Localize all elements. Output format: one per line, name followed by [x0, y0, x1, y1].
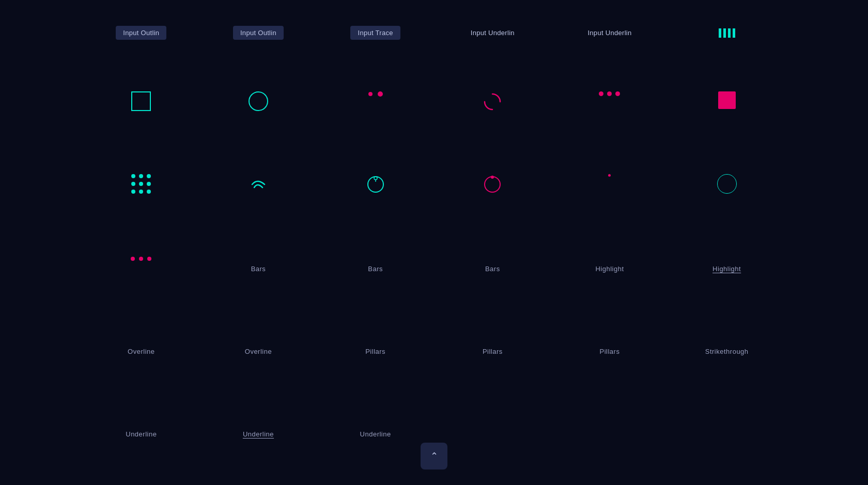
circle-outline-icon: [249, 91, 268, 111]
cell-bars-3: Bars: [434, 241, 551, 324]
badge-cell-2: Input Outlin: [200, 15, 317, 50]
pink-dot-3: [147, 257, 151, 261]
badge-cell-1: Input Outlin: [83, 15, 200, 50]
cell-underline-3: Underline: [317, 406, 434, 485]
cell-rect-pink: [668, 76, 785, 159]
cell-underline-1: Underline: [83, 406, 200, 485]
single-dot-icon: [608, 174, 611, 177]
three-dots-pink-icon: [131, 257, 151, 261]
cell-pillars-1: Pillars: [317, 324, 434, 406]
badge-cell-5: Input Underlin: [551, 15, 669, 50]
three-dots-icon-row2: [599, 91, 620, 96]
circle-thin-icon: [717, 174, 737, 194]
label-pillars-1: Pillars: [365, 348, 385, 355]
cell-highlight-1: Highlight: [551, 241, 669, 324]
grid-dots-icon: [131, 174, 151, 194]
input-outline-badge-1[interactable]: Input Outlin: [116, 26, 166, 40]
cell-target: [317, 159, 434, 241]
two-dots-icon: [368, 91, 383, 97]
cell-three-dots-row2: [551, 76, 669, 159]
input-outline-badge-2[interactable]: Input Outlin: [233, 26, 284, 40]
scroll-top-button[interactable]: ⌃: [421, 443, 447, 470]
gd-3: [147, 174, 151, 178]
label-underline-2: Underline: [243, 430, 274, 438]
cell-circle-outline: [200, 76, 317, 159]
icon-grid: Bars Bars Bars Highlight Highlight Overl…: [0, 55, 868, 485]
cell-pillars-2: Pillars: [434, 324, 551, 406]
gd-2: [139, 174, 143, 178]
cell-grid-dots: [83, 159, 200, 241]
svg-point-0: [368, 177, 383, 192]
label-underline-1: Underline: [126, 430, 157, 438]
badges-row: Input Outlin Input Outlin Input Trace In…: [0, 0, 868, 55]
pink-dot-1: [131, 257, 135, 261]
label-overline-1: Overline: [128, 348, 154, 355]
cell-two-dots: [317, 76, 434, 159]
gd-6: [147, 182, 151, 186]
input-underline-badge-2[interactable]: Input Underlin: [580, 26, 639, 40]
cell-dot-single: [551, 159, 669, 241]
circle-dot-icon: [482, 174, 503, 195]
target-icon: [365, 174, 386, 195]
bars-vertical-icon: [719, 28, 735, 38]
label-highlight-2: Highlight: [712, 265, 741, 273]
badge-cell-4: Input Underlin: [434, 15, 551, 50]
cell-wifi: [200, 159, 317, 241]
gd-4: [131, 182, 135, 186]
badge-cell-3: Input Trace: [317, 15, 434, 50]
gd-8: [139, 190, 143, 194]
cell-r6c4: [434, 406, 551, 485]
input-trace-badge[interactable]: Input Trace: [350, 26, 400, 40]
label-highlight-1: Highlight: [595, 265, 624, 273]
pink-dot-2: [139, 257, 143, 261]
dot-c: [615, 91, 620, 96]
cell-circle-dot: [434, 159, 551, 241]
svg-point-3: [485, 177, 500, 192]
label-bars-1: Bars: [251, 265, 266, 273]
cell-r6c5: [551, 406, 669, 485]
square-icon: [131, 91, 151, 111]
cell-r6c6: [668, 406, 785, 485]
bar-1: [719, 28, 721, 38]
gd-7: [131, 190, 135, 194]
label-overline-2: Overline: [245, 348, 272, 355]
cell-three-dots-pink: [83, 241, 200, 324]
dot-b: [607, 91, 612, 96]
cell-circle-thin: [668, 159, 785, 241]
cell-pillars-3: Pillars: [551, 324, 669, 406]
cell-overline-2: Overline: [200, 324, 317, 406]
label-underline-3: Underline: [360, 430, 391, 438]
badge-cell-6: [668, 15, 785, 50]
gd-9: [147, 190, 151, 194]
cell-bars-2: Bars: [317, 241, 434, 324]
dot-a: [599, 91, 603, 96]
chevron-up-icon: ⌃: [430, 450, 438, 462]
bar-4: [733, 28, 735, 38]
label-bars-2: Bars: [368, 265, 383, 273]
svg-point-4: [491, 176, 494, 179]
cell-square: [83, 76, 200, 159]
bar-2: [723, 28, 726, 38]
wifi-icon: [248, 174, 269, 195]
label-bars-3: Bars: [485, 265, 500, 273]
cell-overline-1: Overline: [83, 324, 200, 406]
input-underline-badge-1[interactable]: Input Underlin: [463, 26, 522, 40]
cell-highlight-2: Highlight: [668, 241, 785, 324]
label-strikethrough: Strikethrough: [705, 348, 749, 355]
spinner-arc-icon: [482, 91, 503, 112]
label-pillars-3: Pillars: [600, 348, 620, 355]
label-pillars-2: Pillars: [483, 348, 503, 355]
cell-underline-2: Underline: [200, 406, 317, 485]
cell-bars-1: Bars: [200, 241, 317, 324]
gd-5: [139, 182, 143, 186]
gd-1: [131, 174, 135, 178]
bar-3: [728, 28, 731, 38]
cell-strikethrough: Strikethrough: [668, 324, 785, 406]
cell-spinner-arc: [434, 76, 551, 159]
dot-2: [378, 91, 383, 97]
dot-1: [368, 92, 373, 96]
pink-rect-icon: [718, 91, 736, 109]
